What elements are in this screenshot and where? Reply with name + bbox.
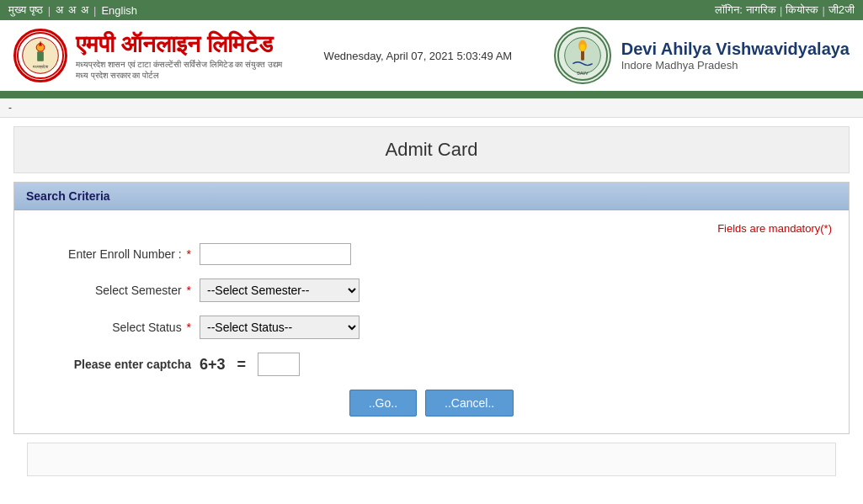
svg-rect-3 <box>37 51 44 61</box>
captcha-section: Please enter captcha 6+3 = <box>31 353 832 376</box>
bottom-area <box>27 443 836 476</box>
login-kiosk-link[interactable]: कियोस्क <box>786 3 818 17</box>
semester-label: Select Semester * <box>31 284 200 297</box>
status-required-star: * <box>187 321 191 334</box>
header: मध्यप्रदेश एमपी ऑनलाइन लिमिटेड मध्यप्रदे… <box>0 20 863 93</box>
english-link[interactable]: English <box>101 4 137 17</box>
semester-label-text: Select Semester <box>95 284 182 297</box>
status-label: Select Status * <box>31 321 200 334</box>
font-small-link[interactable]: अ <box>56 3 63 17</box>
search-panel-title: Search Criteria <box>26 189 110 203</box>
enroll-input[interactable] <box>200 243 351 265</box>
semester-select[interactable]: --Select Semester-- Semester 1 Semester … <box>200 279 360 302</box>
breadcrumb-text: - <box>8 102 12 114</box>
captcha-equals: = <box>237 356 247 374</box>
svg-text:DAVV: DAVV <box>577 72 589 76</box>
mp-online-logo: मध्यप्रदेश <box>13 29 67 82</box>
captcha-input[interactable] <box>258 353 300 376</box>
university-logo: DAVV <box>554 27 611 84</box>
login-label: लॉगिन: <box>715 3 743 17</box>
captcha-math: 6+3 <box>200 356 226 374</box>
search-panel-header: Search Criteria <box>14 183 849 210</box>
date-display-center: Wednesday, April 07, 2021 5:03:49 AM <box>282 49 554 62</box>
university-location: Indore Madhya Pradesh <box>621 59 850 72</box>
captcha-label: Please enter captcha <box>31 358 200 371</box>
mandatory-note: Fields are mandatory(*) <box>31 222 832 235</box>
font-large-link[interactable]: अ <box>81 3 88 17</box>
header-right: DAVV Devi Ahilya Vishwavidyalaya Indore … <box>554 27 850 84</box>
status-select[interactable]: --Select Status-- Regular Ex-Student ATK <box>200 316 360 339</box>
status-label-text: Select Status <box>112 321 182 334</box>
search-panel-body: Fields are mandatory(*) Enter Enroll Num… <box>14 210 849 433</box>
top-nav-left: मुख्य पृष्ठ | अ अ अ | English <box>8 3 137 17</box>
login-j2g-link[interactable]: जी2जी <box>828 3 855 17</box>
university-name: Devi Ahilya Vishwavidyalaya Indore Madhy… <box>621 40 850 72</box>
search-panel: Search Criteria Fields are mandatory(*) … <box>13 182 850 434</box>
enroll-label-text: Enter Enroll Number : <box>68 247 182 261</box>
page-title-section: Admit Card <box>13 126 850 173</box>
login-citizen-link[interactable]: नागरिक <box>746 3 776 17</box>
go-button[interactable]: ..Go.. <box>349 390 417 416</box>
site-tagline1: मध्यप्रदेश शासन एवं टाटा कंसल्टेंसी सर्व… <box>76 59 282 70</box>
svg-text:मध्यप्रदेश: मध्यप्रदेश <box>32 64 49 70</box>
button-row: ..Go.. ..Cancel.. <box>31 390 832 416</box>
semester-required-star: * <box>187 284 191 297</box>
site-tagline2: मध्य प्रदेश सरकार का पोर्टल <box>76 70 282 81</box>
site-title: एमपी ऑनलाइन लिमिटेड मध्यप्रदेश शासन एवं … <box>76 31 282 81</box>
status-row: Select Status * --Select Status-- Regula… <box>31 316 832 339</box>
top-nav-right: लॉगिन: नागरिक | कियोस्क | जी2जी <box>715 3 855 17</box>
header-left: मध्यप्रदेश एमपी ऑनलाइन लिमिटेड मध्यप्रदे… <box>13 29 282 82</box>
enroll-required-star: * <box>187 247 191 261</box>
page-title: Admit Card <box>26 139 837 161</box>
university-name-main: Devi Ahilya Vishwavidyalaya <box>621 40 850 59</box>
captcha-area: 6+3 = <box>200 353 300 376</box>
main-content: Search Criteria Fields are mandatory(*) … <box>0 173 863 498</box>
top-nav: मुख्य पृष्ठ | अ अ अ | English लॉगिन: नाग… <box>0 0 863 20</box>
svg-point-10 <box>580 44 585 50</box>
font-medium-link[interactable]: अ <box>68 3 76 17</box>
date-display: Wednesday, April 07, 2021 5:03:49 AM <box>324 50 513 62</box>
enroll-label: Enter Enroll Number : * <box>31 247 200 261</box>
semester-row: Select Semester * --Select Semester-- Se… <box>31 279 832 302</box>
breadcrumb: - <box>0 98 863 118</box>
enroll-row: Enter Enroll Number : * <box>31 243 832 265</box>
cancel-button[interactable]: ..Cancel.. <box>425 390 514 416</box>
site-title-hindi: एमपी ऑनलाइन लिमिटेड <box>76 31 282 59</box>
home-link[interactable]: मुख्य पृष्ठ <box>8 3 43 17</box>
